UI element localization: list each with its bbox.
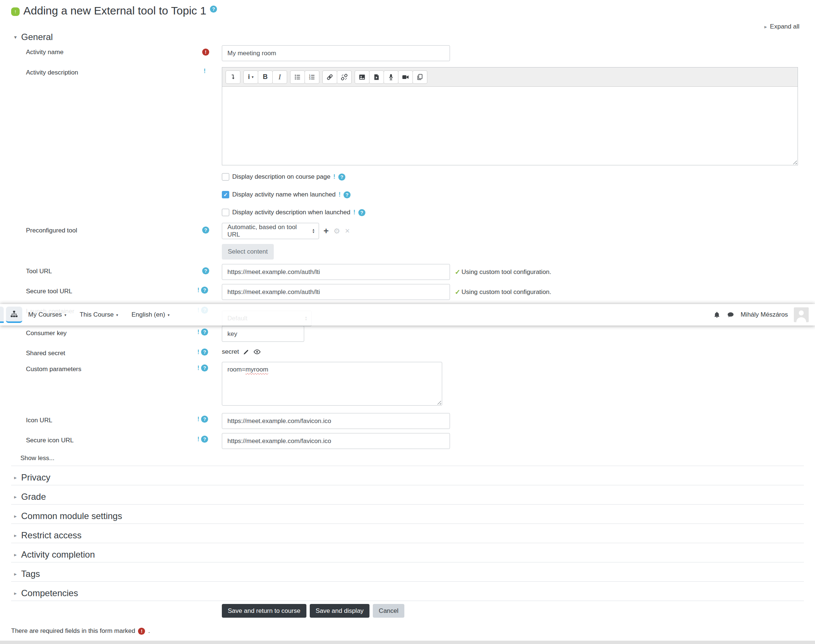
custom-parameters-word: myroom	[246, 366, 268, 373]
bold-button[interactable]: B	[258, 71, 273, 84]
resize-handle[interactable]	[436, 399, 441, 405]
page-title: Adding a new External tool to Topic 1	[23, 5, 206, 17]
caret-right-icon: ▸	[14, 475, 17, 480]
person-icon	[794, 307, 809, 322]
required-fields-period: .	[148, 627, 150, 635]
select-arrows-icon: ▲▼	[312, 228, 315, 233]
nav-this-course-label: This Course	[80, 311, 114, 319]
show-less-link[interactable]: Show less...	[20, 455, 55, 462]
collapsed-sections: ▸ Privacy ▸ Grade ▸ Common module settin…	[11, 466, 804, 601]
help-icon[interactable]: ?	[201, 435, 208, 443]
section-common-module-settings-label: Common module settings	[21, 511, 122, 521]
section-common-module-settings[interactable]: ▸ Common module settings	[11, 504, 804, 523]
help-icon[interactable]: ?	[201, 416, 208, 423]
video-camera-icon	[402, 74, 409, 81]
custom-parameters-textarea[interactable]: room=myroom	[222, 362, 442, 406]
delete-tool-icon: ×	[345, 227, 350, 235]
pencil-icon	[243, 349, 249, 355]
media-button[interactable]	[369, 71, 384, 84]
reveal-secret-button[interactable]	[253, 348, 261, 356]
nav-language[interactable]: English (en) ▾	[131, 311, 169, 319]
tool-url-input[interactable]	[222, 264, 450, 280]
ordered-list-button[interactable]: 123	[304, 71, 319, 84]
shared-secret-value-row: secret	[222, 348, 261, 356]
section-general-header[interactable]: ▾ General	[14, 32, 53, 42]
help-icon[interactable]: ?	[201, 287, 208, 294]
display-activity-description-checkbox[interactable]	[222, 209, 229, 216]
preconfigured-tool-select[interactable]: Automatic, based on tool URL ▲▼	[222, 223, 319, 239]
display-activity-name-checkbox[interactable]: ✓	[222, 191, 229, 198]
media-file-icon	[373, 74, 380, 81]
nav-my-courses[interactable]: My Courses ▾	[28, 311, 66, 319]
secure-tool-url-input[interactable]	[222, 284, 450, 300]
icon-url-label: Icon URL	[26, 417, 52, 424]
section-tags[interactable]: ▸ Tags	[11, 562, 804, 581]
icon-url-input[interactable]	[222, 413, 450, 429]
caret-down-icon: ▾	[252, 75, 253, 79]
notifications-button[interactable]	[713, 311, 721, 319]
nav-this-course[interactable]: This Course ▾	[80, 311, 118, 319]
consumer-key-input[interactable]	[222, 326, 304, 342]
section-restrict-access[interactable]: ▸ Restrict access	[11, 523, 804, 543]
messages-button[interactable]	[727, 311, 735, 319]
edit-secret-button[interactable]	[243, 349, 249, 355]
record-video-button[interactable]	[398, 71, 413, 84]
help-icon[interactable]: ?	[201, 328, 208, 336]
unordered-list-button[interactable]	[290, 71, 305, 84]
italic-button[interactable]: I	[272, 71, 287, 84]
help-icon[interactable]: ?	[201, 365, 208, 371]
user-name[interactable]: Mihály Mészáros	[740, 311, 788, 319]
section-competencies[interactable]: ▸ Competencies	[11, 581, 804, 601]
avatar[interactable]	[794, 307, 809, 322]
display-description-checkbox[interactable]	[222, 173, 229, 181]
help-icon[interactable]: ?	[210, 6, 217, 12]
description-textarea[interactable]	[222, 87, 798, 165]
field-icons: ! ?	[197, 365, 208, 371]
section-activity-completion[interactable]: ▸ Activity completion	[11, 543, 804, 562]
page-header: ↑ Adding a new External tool to Topic 1 …	[11, 5, 217, 17]
nav-tab-partial[interactable]	[0, 307, 4, 323]
nav-my-courses-label: My Courses	[28, 311, 62, 319]
section-privacy[interactable]: ▸ Privacy	[11, 466, 804, 485]
course-sections-button[interactable]	[6, 307, 22, 323]
expand-all-label: Expand all	[770, 23, 800, 31]
image-button[interactable]	[355, 71, 369, 84]
cancel-button[interactable]: Cancel	[373, 604, 404, 618]
add-tool-icon[interactable]: +	[323, 227, 329, 235]
display-activity-description-label: Display activity description when launch…	[232, 209, 350, 216]
select-content-button[interactable]: Select content	[222, 244, 274, 259]
save-and-display-button[interactable]: Save and display	[310, 604, 369, 618]
activity-name-input[interactable]	[222, 45, 450, 61]
expand-all-link[interactable]: ▸ Expand all	[764, 23, 800, 31]
activity-name-label: Activity name	[26, 49, 63, 56]
secure-icon-url-input[interactable]	[222, 433, 450, 449]
secure-tool-url-status: ✓ Using custom tool configuration.	[455, 284, 551, 300]
nav-menus: My Courses ▾ This Course ▾ English (en) …	[28, 304, 169, 325]
conditional-icon: !	[197, 365, 199, 371]
field-icons: ! ?	[197, 328, 208, 336]
preconfigured-tool-label: Preconfigured tool	[26, 227, 77, 234]
manage-files-button[interactable]	[412, 71, 427, 84]
caret-down-icon: ▾	[65, 313, 66, 317]
help-icon[interactable]: ?	[202, 267, 209, 274]
help-icon[interactable]: ?	[202, 227, 209, 233]
toolbar-collapse-button[interactable]	[226, 71, 240, 84]
required-fields-text: There are required fields in this form m…	[11, 627, 135, 635]
help-icon[interactable]: ?	[358, 209, 365, 216]
paragraph-styles-button[interactable]: i ▾	[243, 71, 258, 84]
save-and-return-button[interactable]: Save and return to course	[222, 604, 306, 618]
help-icon[interactable]: ?	[343, 191, 351, 198]
resize-handle[interactable]	[792, 159, 797, 164]
section-competencies-label: Competencies	[21, 588, 78, 598]
display-activity-name-row: ✓ Display activity name when launched ! …	[222, 191, 351, 198]
bullet-list-icon	[294, 74, 301, 81]
link-button[interactable]	[322, 71, 337, 84]
conditional-icon: !	[204, 68, 206, 75]
field-icons: ! ?	[197, 287, 208, 294]
unlink-button[interactable]	[337, 71, 352, 84]
help-icon[interactable]: ?	[338, 173, 345, 181]
section-grade[interactable]: ▸ Grade	[11, 485, 804, 504]
section-privacy-label: Privacy	[21, 472, 51, 483]
record-audio-button[interactable]	[384, 71, 398, 84]
help-icon[interactable]: ?	[201, 348, 208, 356]
